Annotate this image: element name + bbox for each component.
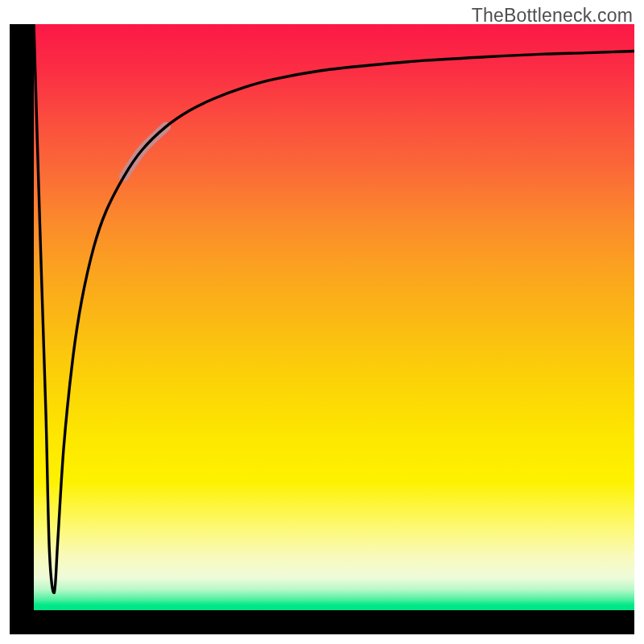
chart-container: TheBottleneck.com: [0, 0, 644, 644]
highlight-segment: [124, 126, 166, 176]
plot-frame: [10, 24, 634, 634]
watermark-text: TheBottleneck.com: [472, 5, 633, 27]
bottleneck-curve: [34, 24, 634, 592]
curve-layer: [34, 24, 634, 610]
plot-area: [34, 24, 634, 610]
